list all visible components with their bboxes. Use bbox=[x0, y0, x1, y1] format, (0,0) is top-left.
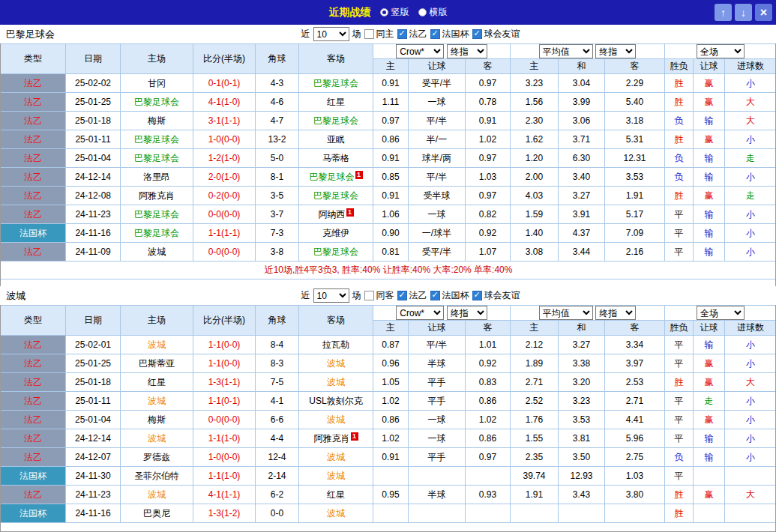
avg-home: 1.89 bbox=[511, 354, 559, 373]
section-team-title: 巴黎足球会 bbox=[6, 28, 55, 41]
avg-away: 3.80 bbox=[605, 486, 665, 504]
scope-select[interactable]: 全场 bbox=[697, 306, 745, 320]
match-date: 24-11-30 bbox=[66, 467, 121, 486]
avg-away: 5.40 bbox=[605, 93, 665, 112]
corner-score: 8-4 bbox=[256, 336, 299, 354]
league-l2-label: 法乙 bbox=[409, 289, 427, 302]
outcome: 平 bbox=[665, 467, 694, 486]
match-score: 0-0(0-0) bbox=[193, 243, 256, 262]
outcome: 平 bbox=[665, 429, 694, 448]
move-up-button[interactable]: ↑ bbox=[715, 4, 732, 21]
league-type: 法乙 bbox=[1, 448, 66, 467]
away-team: 波城 bbox=[299, 504, 373, 523]
avg-home: 2.00 bbox=[511, 168, 559, 187]
match-date: 25-01-18 bbox=[66, 112, 121, 130]
avg-away: 5.31 bbox=[605, 130, 665, 149]
close-button[interactable]: × bbox=[755, 4, 772, 21]
league-cup-checkbox[interactable]: 法国杯 bbox=[430, 28, 469, 40]
avg-draw: 4.37 bbox=[559, 224, 605, 243]
away-team-name: 亚眠 bbox=[327, 134, 345, 145]
match-count-select[interactable]: 10 bbox=[313, 288, 349, 303]
match-date: 25-01-25 bbox=[66, 93, 121, 112]
league-cup-checkbox[interactable]: 法国杯 bbox=[430, 289, 469, 302]
match-date: 25-01-04 bbox=[66, 411, 121, 429]
match-date: 25-01-25 bbox=[66, 354, 121, 373]
friendly-checkbox[interactable]: 球会友谊 bbox=[472, 289, 520, 302]
odds-home: 0.85 bbox=[373, 168, 409, 187]
friendly-checkbox[interactable]: 球会友谊 bbox=[472, 28, 520, 40]
layout-vertical-radio[interactable]: 竖版 bbox=[380, 6, 409, 19]
avg-away: 12.31 bbox=[605, 149, 665, 168]
goals-result: 大 bbox=[725, 112, 776, 130]
goals-result: 小 bbox=[725, 429, 776, 448]
avg-provider-select[interactable]: 平均值 bbox=[539, 306, 593, 320]
odds-away: 0.82 bbox=[466, 205, 511, 224]
move-down-button[interactable]: ↓ bbox=[735, 4, 752, 21]
summary-text: 近10场,胜4平3负3, 胜率:40% 让胜率:40% 大率:20% 单率:40… bbox=[1, 262, 776, 279]
avg-stage-select[interactable]: 终指 bbox=[595, 44, 636, 58]
league-l2-checkbox[interactable]: 法乙 bbox=[397, 28, 427, 40]
league-type: 法国杯 bbox=[1, 467, 66, 486]
avg-draw: 3.50 bbox=[559, 448, 605, 467]
same-home-checkbox[interactable]: 同主 bbox=[364, 28, 394, 40]
odds-stage-select[interactable]: 终指 bbox=[447, 44, 487, 58]
col-header-odds-handicap: 让球 bbox=[409, 59, 466, 74]
match-count-select[interactable]: 10 bbox=[313, 27, 349, 41]
avg-away bbox=[605, 504, 665, 523]
match-date: 24-11-16 bbox=[66, 504, 121, 523]
match-date: 24-11-16 bbox=[66, 224, 121, 243]
home-team-name: 罗德兹 bbox=[143, 452, 170, 462]
league-l2-checkbox[interactable]: 法乙 bbox=[397, 289, 427, 302]
titlebar: 近期战绩 竖版 横版 ↑ ↓ × bbox=[0, 0, 776, 25]
home-team-name: 波城 bbox=[148, 247, 166, 257]
handicap-result: 输 bbox=[694, 429, 725, 448]
league-type: 法乙 bbox=[1, 187, 66, 205]
odds-home: 0.95 bbox=[373, 486, 409, 504]
match-date: 25-01-18 bbox=[66, 373, 121, 392]
goals-result: 小 bbox=[725, 168, 776, 187]
match-row: 法国杯24-11-16巴奥尼1-3(1-2)0-0波城胜 bbox=[1, 504, 776, 523]
red-card-badge: 1 bbox=[346, 208, 354, 217]
red-card-badge: 1 bbox=[355, 171, 363, 179]
away-team: 波城 bbox=[299, 354, 373, 373]
home-team: 罗德兹 bbox=[121, 448, 193, 467]
odds-handicap: 一球 bbox=[409, 429, 466, 448]
away-team-name: 波城 bbox=[327, 377, 345, 387]
match-date: 24-11-09 bbox=[66, 243, 121, 262]
away-team-name: 红星 bbox=[327, 489, 345, 500]
handicap-result bbox=[694, 467, 725, 486]
league-type: 法乙 bbox=[1, 243, 66, 262]
corner-score: 4-6 bbox=[256, 93, 299, 112]
home-team: 梅斯 bbox=[121, 112, 193, 130]
avg-provider-select[interactable]: 平均值 bbox=[539, 44, 593, 58]
same-away-checkbox[interactable]: 同客 bbox=[364, 289, 394, 302]
odds-away: 0.86 bbox=[466, 392, 511, 411]
odds-away: 0.78 bbox=[466, 93, 511, 112]
match-score: 0-2(0-0) bbox=[193, 187, 256, 205]
avg-home: 2.52 bbox=[511, 392, 559, 411]
layout-horizontal-radio[interactable]: 横版 bbox=[418, 6, 448, 19]
odds-away: 0.97 bbox=[466, 149, 511, 168]
scope-select[interactable]: 全场 bbox=[697, 44, 745, 58]
avg-stage-select[interactable]: 终指 bbox=[595, 306, 636, 320]
down-arrow-icon: ↓ bbox=[741, 7, 746, 19]
avg-away: 5.17 bbox=[605, 205, 665, 224]
checkbox-checked-icon bbox=[397, 29, 407, 39]
col-header-odds-home: 主 bbox=[373, 321, 409, 336]
corner-score: 8-1 bbox=[256, 168, 299, 187]
avg-home: 3.23 bbox=[511, 74, 559, 93]
odds-handicap: 平手 bbox=[409, 448, 466, 467]
odds-provider-select[interactable]: Crow* bbox=[396, 44, 444, 58]
same-home-label: 同主 bbox=[376, 28, 394, 40]
avg-away: 2.71 bbox=[605, 392, 665, 411]
odds-provider-select[interactable]: Crow* bbox=[396, 306, 444, 320]
away-team-name: 波城 bbox=[327, 452, 345, 462]
odds-handicap: 平/半 bbox=[409, 112, 466, 130]
odds-handicap: 球半/两 bbox=[409, 149, 466, 168]
odds-stage-select[interactable]: 终指 bbox=[447, 306, 487, 320]
away-team: 巴黎足球会1 bbox=[299, 168, 373, 187]
away-team: 巴黎足球会 bbox=[299, 243, 373, 262]
titlebar-center: 近期战绩 竖版 横版 bbox=[329, 6, 448, 19]
odds-handicap: 受半球 bbox=[409, 187, 466, 205]
match-date: 24-12-14 bbox=[66, 168, 121, 187]
